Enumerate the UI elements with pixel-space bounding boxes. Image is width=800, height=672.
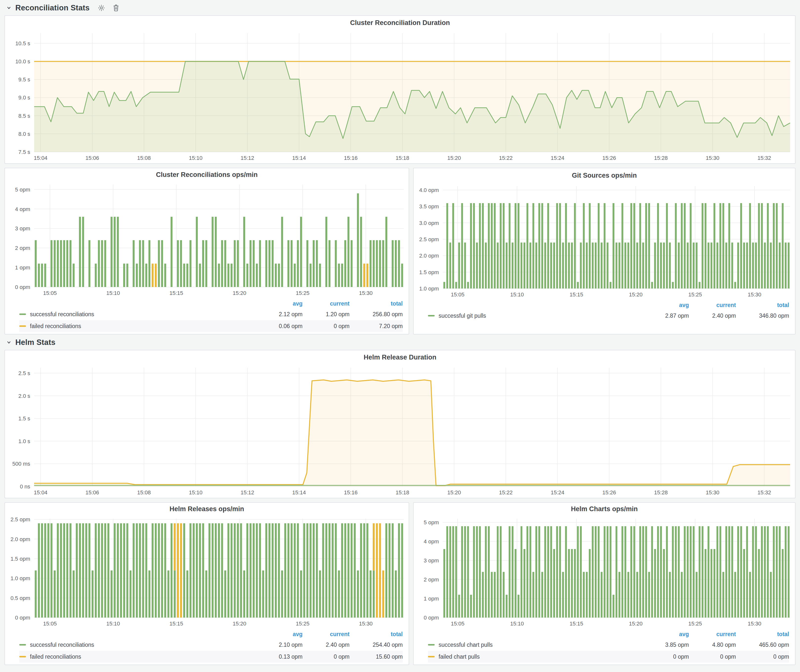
legend-series-toggle[interactable]: failed reconciliations: [19, 653, 256, 660]
panel-title-git-sources-rate[interactable]: Git Sources ops/min: [414, 168, 795, 182]
bar-success: [344, 240, 346, 287]
legend-stat-header-avg[interactable]: avg: [256, 300, 302, 307]
trash-icon[interactable]: [112, 4, 120, 12]
bar-success: [562, 572, 564, 618]
legend-stat-header-total[interactable]: total: [736, 302, 789, 309]
bar-success: [60, 240, 62, 287]
y-axis-tick-label: 8.0 s: [18, 131, 30, 137]
bar-success: [714, 549, 715, 618]
bar-success: [494, 572, 496, 618]
bar-success: [73, 264, 75, 287]
legend-stat-header-avg[interactable]: avg: [642, 302, 689, 309]
chart-helm-release-duration[interactable]: 0 ns500 ms1.0 s1.5 s2.0 s2.5 s15:0415:06…: [5, 364, 795, 498]
chevron-down-icon[interactable]: [6, 339, 12, 346]
bar-success: [230, 523, 232, 618]
bar-success: [357, 571, 359, 618]
bar-success: [386, 523, 387, 618]
legend-stat-total: 256.80 opm: [350, 311, 403, 318]
bar-success: [515, 203, 516, 288]
bar-success: [464, 242, 466, 288]
bar-success: [568, 242, 570, 288]
x-axis-tick-label: 15:30: [706, 490, 719, 496]
bar-success: [577, 526, 579, 618]
bar-success: [230, 264, 232, 287]
legend-series-name: failed reconciliations: [30, 653, 81, 660]
panel-title-cluster-reconciliations-rate[interactable]: Cluster Reconciliations ops/min: [5, 168, 409, 181]
panel-cluster-reconciliations-rate: Cluster Reconciliations ops/min 0 opm1 o…: [5, 168, 409, 334]
legend-series-toggle[interactable]: successful reconciliations: [19, 311, 256, 318]
bar-success: [313, 240, 315, 287]
legend-stat-header-avg[interactable]: avg: [642, 631, 689, 638]
bar-success: [770, 572, 771, 618]
legend-series-toggle[interactable]: successful chart pulls: [428, 642, 642, 648]
bar-success: [687, 242, 688, 288]
chart-cluster-reconciliation-duration[interactable]: 7.5 s8.0 s8.5 s9.0 s9.5 s10.0 s10.5 s15:…: [5, 30, 795, 163]
bar-success: [500, 526, 501, 618]
panel-title-helm-charts-rate[interactable]: Helm Charts ops/min: [414, 503, 795, 515]
bar-success: [452, 526, 454, 618]
bar-success: [446, 203, 448, 288]
bar-success: [660, 526, 662, 618]
chevron-down-icon[interactable]: [6, 5, 12, 11]
bar-success: [85, 523, 87, 618]
legend-stat-header-total[interactable]: total: [736, 631, 789, 638]
bar-success: [749, 572, 751, 618]
bar-success: [171, 217, 173, 287]
y-axis-tick-label: 2 opm: [424, 576, 439, 583]
panel-title-helm-releases-rate[interactable]: Helm Releases ops/min: [5, 503, 409, 515]
bar-success: [734, 282, 736, 288]
bar-success: [386, 217, 387, 287]
panel-title-helm-release-duration[interactable]: Helm Release Duration: [5, 350, 795, 364]
chart-helm-releases-rate[interactable]: 0 opm0.5 opm1.0 opm1.5 opm2.0 opm2.5 opm…: [5, 515, 409, 629]
bar-success: [687, 526, 688, 618]
chart-helm-charts-rate[interactable]: 0 opm1 opm2 opm3 opm4 opm5 opm15:0515:10…: [414, 515, 795, 629]
y-axis-tick-label: 1.5 s: [18, 415, 30, 422]
legend-stat-header-avg[interactable]: avg: [256, 631, 302, 638]
legend-stat-header-total[interactable]: total: [350, 631, 403, 638]
x-axis-tick-label: 15:06: [86, 490, 99, 496]
bar-success: [642, 526, 644, 618]
legend-stat-header-current[interactable]: current: [302, 631, 350, 638]
bar-success: [389, 523, 390, 618]
bar-success: [613, 595, 614, 618]
bar-success: [288, 523, 290, 618]
section-header-helm-stats[interactable]: Helm Stats: [5, 334, 795, 350]
chart-git-sources-rate[interactable]: 1.0 opm1.5 opm2.0 opm2.5 opm3.0 opm3.5 o…: [414, 182, 795, 299]
bar-success: [509, 203, 510, 288]
x-axis-tick-label: 15:20: [629, 291, 642, 298]
bar-success: [382, 240, 384, 287]
legend-stat-header-total[interactable]: total: [350, 300, 403, 307]
bar-success: [517, 595, 519, 618]
bar-success: [54, 571, 56, 618]
bar-success: [246, 264, 248, 287]
panel-title-cluster-reconciliation-duration[interactable]: Cluster Reconciliation Duration: [5, 16, 795, 30]
bar-success: [577, 282, 579, 288]
legend-series-toggle[interactable]: successful git pulls: [428, 312, 642, 319]
chart-cluster-reconciliations-rate[interactable]: 0 opm1 opm2 opm3 opm4 opm5 opm15:0515:10…: [5, 181, 409, 298]
x-axis-tick-label: 15:15: [170, 621, 183, 627]
bar-success: [379, 240, 381, 287]
legend-stat-current: 0 opm: [689, 653, 736, 660]
y-axis-tick-label: 0.5 opm: [11, 595, 30, 601]
section-title[interactable]: Helm Stats: [15, 338, 55, 347]
x-axis-tick-label: 15:30: [359, 621, 373, 627]
x-axis-tick-label: 15:26: [602, 155, 616, 161]
legend-series-toggle[interactable]: successful reconciliations: [19, 642, 256, 648]
bar-success: [491, 572, 493, 618]
bar-success: [785, 242, 786, 288]
legend-stat-avg: 2.12 opm: [256, 311, 302, 318]
legend-series-toggle[interactable]: failed reconciliations: [19, 323, 256, 330]
legend-table: avgcurrenttotalsuccessful chart pulls3.8…: [428, 629, 789, 662]
section-header-reconciliation-stats[interactable]: Reconciliation Stats: [5, 0, 795, 15]
bar-success: [253, 240, 255, 287]
bar-failed: [180, 523, 182, 618]
legend-series-toggle[interactable]: failed chart pulls: [428, 653, 642, 660]
legend-row: failed chart pulls0 opm0 opm0 opm: [428, 651, 789, 662]
bar-success: [95, 264, 97, 287]
section-title[interactable]: Reconciliation Stats: [15, 3, 90, 12]
legend-stat-header-current[interactable]: current: [689, 631, 736, 638]
bar-success: [319, 264, 321, 287]
legend-stat-header-current[interactable]: current: [302, 300, 350, 307]
gear-icon[interactable]: [98, 4, 106, 12]
legend-stat-header-current[interactable]: current: [689, 302, 736, 309]
